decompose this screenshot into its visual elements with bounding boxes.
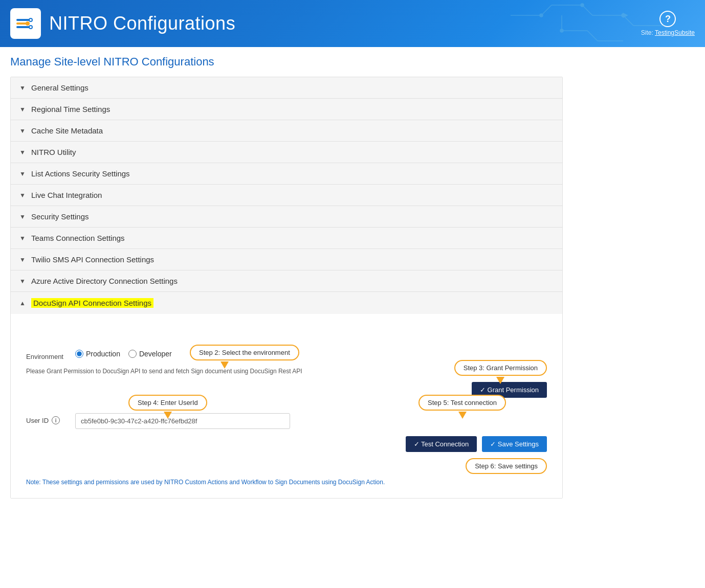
- accordion-header-security-settings[interactable]: ▼Security Settings: [11, 206, 562, 227]
- app-logo: [10, 8, 41, 39]
- radio-group: Production Developer: [75, 350, 172, 358]
- developer-radio-input[interactable]: [128, 350, 137, 358]
- callout-step2: Step 2: Select the environment: [190, 345, 299, 360]
- svg-point-21: [29, 26, 32, 29]
- userid-row: User ID i: [26, 413, 547, 429]
- accordion-item-cache-site: ▼Cache Site Metadata: [11, 120, 562, 142]
- chevron-down-icon: ▼: [19, 84, 26, 92]
- accordion-header-cache-site[interactable]: ▼Cache Site Metadata: [11, 120, 562, 141]
- accordion-item-security-settings: ▼Security Settings: [11, 206, 562, 228]
- header-right: ? Site: TestingSubsite: [631, 3, 705, 44]
- svg-rect-17: [16, 22, 30, 25]
- save-settings-button[interactable]: ✓ Save Settings: [482, 436, 547, 452]
- svg-line-9: [587, 31, 598, 41]
- site-label: Site: TestingSubsite: [641, 29, 695, 36]
- accordion-header-twilio-sms[interactable]: ▼Twilio SMS API Connection Settings: [11, 249, 562, 270]
- svg-rect-16: [16, 19, 30, 21]
- chevron-down-icon: ▼: [19, 278, 26, 285]
- accordion-label-nitro-utility: NITRO Utility: [31, 148, 76, 156]
- accordion-header-live-chat[interactable]: ▼Live Chat Integration: [11, 185, 562, 206]
- svg-marker-15: [623, 13, 627, 17]
- chevron-down-icon: ▼: [19, 106, 26, 113]
- chevron-up-icon: ▲: [19, 300, 26, 307]
- environment-label: Environment: [26, 350, 67, 360]
- accordion-header-docusign[interactable]: ▲DocuSign API Connection Settings: [11, 292, 562, 314]
- chevron-down-icon: ▼: [19, 235, 26, 242]
- production-label: Production: [86, 350, 120, 358]
- svg-point-11: [540, 14, 543, 17]
- accordion-label-docusign: DocuSign API Connection Settings: [31, 298, 153, 308]
- accordion-header-nitro-utility[interactable]: ▼NITRO Utility: [11, 142, 562, 163]
- developer-label: Developer: [139, 350, 172, 358]
- accordion-label-list-actions: List Actions Security Settings: [31, 169, 130, 178]
- chevron-down-icon: ▼: [19, 192, 26, 199]
- chevron-down-icon: ▼: [19, 127, 26, 134]
- userid-label: User ID i: [26, 413, 67, 424]
- accordion-item-list-actions: ▼List Actions Security Settings: [11, 163, 562, 185]
- accordion-header-general-settings[interactable]: ▼General Settings: [11, 77, 562, 98]
- svg-point-14: [560, 29, 563, 32]
- accordion-label-twilio-sms: Twilio SMS API Connection Settings: [31, 255, 154, 264]
- developer-radio[interactable]: Developer: [128, 350, 172, 358]
- test-connection-button[interactable]: ✓ Test Connection: [406, 436, 477, 452]
- accordion-item-general-settings: ▼General Settings: [11, 77, 562, 99]
- callout-step5: Step 5: Test connection: [418, 395, 506, 411]
- chevron-down-icon: ▼: [19, 256, 26, 263]
- userid-info-icon[interactable]: i: [52, 416, 60, 424]
- accordion-item-azure-ad: ▼Azure Active Directory Connection Setti…: [11, 270, 562, 292]
- production-radio[interactable]: Production: [75, 350, 120, 358]
- svg-line-1: [541, 5, 552, 15]
- accordion-item-teams-connection: ▼Teams Connection Settings: [11, 228, 562, 249]
- accordion-list: ▼General Settings▼Regional Time Settings…: [10, 77, 563, 499]
- accordion-label-regional-time: Regional Time Settings: [31, 105, 110, 114]
- svg-point-13: [622, 14, 625, 17]
- accordion-item-regional-time: ▼Regional Time Settings: [11, 99, 562, 120]
- help-icon[interactable]: ?: [659, 11, 676, 27]
- accordion-item-docusign: ▲DocuSign API Connection Settings Step 2…: [11, 292, 562, 498]
- accordion-item-live-chat: ▼Live Chat Integration: [11, 185, 562, 206]
- userid-input[interactable]: [75, 413, 290, 429]
- callout-step3: Step 3: Grant Permission: [454, 360, 547, 376]
- accordion-item-twilio-sms: ▼Twilio SMS API Connection Settings: [11, 249, 562, 270]
- main-content: Manage Site-level NITRO Configurations ▼…: [0, 47, 573, 507]
- action-buttons-row: ✓ Test Connection ✓ Save Settings: [26, 436, 547, 452]
- svg-rect-18: [16, 26, 30, 28]
- chevron-down-icon: ▼: [19, 149, 26, 156]
- userid-controls: [75, 413, 547, 429]
- accordion-label-teams-connection: Teams Connection Settings: [31, 234, 125, 242]
- svg-line-3: [582, 5, 592, 15]
- app-title: NITRO Configurations: [49, 13, 235, 34]
- accordion-label-general-settings: General Settings: [31, 83, 89, 92]
- accordion-label-live-chat: Live Chat Integration: [31, 191, 102, 199]
- accordion-header-list-actions[interactable]: ▼List Actions Security Settings: [11, 163, 562, 184]
- docusign-content: Step 2: Select the environment Step 3: G…: [11, 314, 562, 498]
- accordion-item-nitro-utility: ▼NITRO Utility: [11, 142, 562, 163]
- accordion-label-security-settings: Security Settings: [31, 212, 89, 221]
- accordion-label-azure-ad: Azure Active Directory Connection Settin…: [31, 277, 178, 285]
- accordion-label-cache-site: Cache Site Metadata: [31, 126, 103, 135]
- chevron-down-icon: ▼: [19, 170, 26, 177]
- chevron-down-icon: ▼: [19, 213, 26, 220]
- site-link[interactable]: TestingSubsite: [655, 29, 695, 36]
- accordion-header-regional-time[interactable]: ▼Regional Time Settings: [11, 99, 562, 120]
- environment-controls: Production Developer: [75, 350, 547, 358]
- callout-step6: Step 6: Save settings: [466, 458, 547, 474]
- app-header: NITRO Configurations ? Site: TestingSubs…: [0, 0, 705, 47]
- svg-point-19: [29, 18, 32, 21]
- svg-point-12: [581, 4, 584, 7]
- footer-note: Note: These settings and permissions are…: [26, 479, 547, 486]
- callout-step4: Step 4: Enter UserId: [128, 395, 207, 411]
- header-left: NITRO Configurations: [0, 0, 246, 47]
- production-radio-input[interactable]: [75, 350, 83, 358]
- accordion-header-azure-ad[interactable]: ▼Azure Active Directory Connection Setti…: [11, 270, 562, 291]
- accordion-header-teams-connection[interactable]: ▼Teams Connection Settings: [11, 228, 562, 248]
- page-title: Manage Site-level NITRO Configurations: [10, 55, 563, 69]
